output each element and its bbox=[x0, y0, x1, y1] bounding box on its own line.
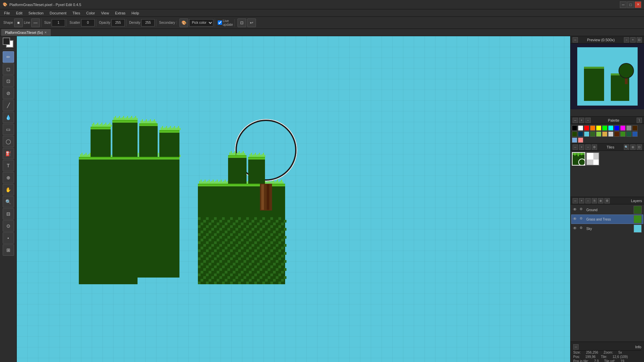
layer-visibility-1[interactable]: 👁 bbox=[573, 217, 578, 222]
tiles-add-icon[interactable]: + bbox=[579, 144, 584, 150]
menu-item-color[interactable]: Color bbox=[84, 10, 98, 16]
palette-color-9[interactable] bbox=[626, 125, 632, 131]
layer-visibility-0[interactable]: 👁 bbox=[573, 207, 578, 213]
layers-collapse-icon[interactable]: ─ bbox=[573, 198, 578, 203]
palette-color-22[interactable] bbox=[572, 137, 577, 143]
palette-color-14[interactable] bbox=[590, 131, 595, 137]
menu-item-selection[interactable]: Selection bbox=[26, 10, 46, 16]
close-button[interactable]: ✕ bbox=[635, 1, 641, 8]
palette-color-3[interactable] bbox=[590, 125, 595, 131]
fill-tool[interactable]: ⛽ bbox=[3, 148, 14, 159]
titlebar-controls[interactable]: ─ □ ✕ bbox=[620, 1, 641, 8]
palette-import-icon[interactable]: ⤵ bbox=[637, 118, 642, 123]
info-collapse-icon[interactable]: ─ bbox=[573, 344, 579, 350]
layer-item-sky[interactable]: 👁⚙Sky bbox=[571, 224, 643, 233]
layers-merge-icon[interactable]: ⊕ bbox=[598, 198, 603, 203]
menu-item-document[interactable]: Document bbox=[47, 10, 69, 16]
extra-btn1[interactable]: ⊡ bbox=[237, 18, 246, 27]
layers-settings2-icon[interactable]: ⚙ bbox=[604, 198, 610, 203]
doc-tab-main[interactable]: PlatformGrassTileset (5x) ✕ bbox=[1, 29, 51, 36]
layer-settings-2[interactable]: ⚙ bbox=[580, 226, 585, 231]
wand-tool[interactable]: ⋆ bbox=[3, 232, 14, 244]
palette-color-19[interactable] bbox=[620, 131, 626, 137]
tiles-expand-icon[interactable]: ⊡ bbox=[637, 144, 642, 150]
layer-visibility-2[interactable]: 👁 bbox=[573, 226, 578, 231]
preview-fit-icon[interactable]: ⊡ bbox=[637, 37, 642, 43]
text-tool[interactable]: T bbox=[3, 160, 14, 171]
rect-outline-tool[interactable]: ▭ bbox=[3, 124, 14, 135]
preview-collapse-icon[interactable]: ─ bbox=[573, 37, 578, 43]
tile-grass[interactable] bbox=[572, 152, 585, 166]
rect-select2-tool[interactable]: ⊟ bbox=[3, 208, 14, 220]
live-update-checkbox[interactable] bbox=[218, 20, 222, 25]
layer-item-grass-and-tress[interactable]: 👁⚙Grass and Tress bbox=[571, 215, 643, 224]
menu-item-edit[interactable]: Edit bbox=[13, 10, 25, 16]
palette-color-15[interactable] bbox=[596, 131, 601, 137]
palette-color-2[interactable] bbox=[584, 125, 589, 131]
palette-color-0[interactable] bbox=[572, 125, 577, 131]
zoom-tool[interactable]: 🔍 bbox=[3, 196, 14, 207]
preview-header-icons[interactable]: ─ bbox=[573, 37, 578, 43]
palette-remove-icon[interactable]: − bbox=[585, 118, 591, 123]
extra-btn2[interactable]: ↩ bbox=[247, 18, 256, 27]
palette-color-10[interactable] bbox=[632, 125, 638, 131]
layer-settings-0[interactable]: ⚙ bbox=[580, 207, 585, 213]
shape-btn[interactable]: ■ bbox=[14, 18, 23, 27]
line-btn[interactable]: — bbox=[31, 18, 40, 27]
palette-color-4[interactable] bbox=[596, 125, 601, 131]
palette-add-icon[interactable]: + bbox=[579, 118, 584, 123]
info-collapse-icon-wrap[interactable]: ─ bbox=[573, 344, 579, 350]
palette-color-18[interactable] bbox=[614, 131, 620, 137]
palette-color-13[interactable] bbox=[584, 131, 589, 137]
palette-color-17[interactable] bbox=[608, 131, 613, 137]
palette-collapse-icon[interactable]: ─ bbox=[573, 118, 578, 123]
layer-settings-1[interactable]: ⚙ bbox=[580, 217, 585, 222]
layers-header-left[interactable]: ─ + − ⎘ ⊕ ⚙ bbox=[573, 198, 610, 203]
scatter-input[interactable] bbox=[81, 19, 95, 26]
layers-copy-icon[interactable]: ⎘ bbox=[592, 198, 597, 203]
eyedropper-tool[interactable]: 💧 bbox=[3, 112, 14, 123]
tiles-settings-icon[interactable]: ⚙ bbox=[592, 144, 597, 150]
tiles-view-icon[interactable]: ⊞ bbox=[630, 144, 636, 150]
preview-controls[interactable]: − + ⊡ bbox=[624, 37, 642, 43]
tiles-remove-icon[interactable]: − bbox=[585, 144, 591, 150]
palette-color-23[interactable] bbox=[578, 137, 583, 143]
layers-remove-icon[interactable]: − bbox=[585, 198, 591, 203]
palette-header-right[interactable]: ⤵ bbox=[637, 118, 642, 123]
select-rect-tool[interactable]: ⊡ bbox=[3, 75, 14, 87]
ellipse-select-tool[interactable]: ⊙ bbox=[3, 220, 14, 232]
menu-item-view[interactable]: View bbox=[98, 10, 112, 16]
preview-zoom-in-icon[interactable]: + bbox=[630, 37, 636, 43]
palette-color-1[interactable] bbox=[578, 125, 583, 131]
tiles-search-icon[interactable]: 🔍 bbox=[624, 144, 629, 150]
tile-blank[interactable] bbox=[586, 152, 599, 166]
foreground-color-swatch[interactable] bbox=[3, 38, 10, 45]
opacity-input[interactable] bbox=[111, 19, 125, 26]
tiles-header-left[interactable]: ─ + − ⚙ bbox=[573, 144, 597, 150]
tiles-collapse-icon[interactable]: ─ bbox=[573, 144, 578, 150]
select-lasso-tool[interactable]: ⊘ bbox=[3, 87, 14, 99]
menu-item-file[interactable]: File bbox=[1, 10, 13, 16]
palette-color-21[interactable] bbox=[632, 131, 638, 137]
palette-color-16[interactable] bbox=[602, 131, 607, 137]
palette-header-left[interactable]: ─ + − bbox=[573, 118, 591, 123]
menu-item-tiles[interactable]: Tiles bbox=[70, 10, 83, 16]
palette-color-11[interactable] bbox=[572, 131, 577, 137]
menu-item-extras[interactable]: Extras bbox=[112, 10, 128, 16]
eraser-tool[interactable]: ◻ bbox=[3, 63, 14, 75]
canvas-area[interactable] bbox=[17, 36, 570, 362]
move-tool[interactable]: ✋ bbox=[3, 184, 14, 195]
pick-color-btn[interactable]: 🎨 bbox=[179, 18, 188, 27]
palette-color-6[interactable] bbox=[608, 125, 613, 131]
line-tool[interactable]: ╱ bbox=[3, 100, 14, 111]
pencil-tool[interactable]: ✏ bbox=[3, 51, 14, 63]
palette-color-7[interactable] bbox=[614, 125, 620, 131]
anchor-tool[interactable]: ⊞ bbox=[3, 244, 14, 256]
maximize-button[interactable]: □ bbox=[627, 1, 634, 8]
preview-zoom-out-icon[interactable]: − bbox=[624, 37, 629, 43]
palette-color-12[interactable] bbox=[578, 131, 583, 137]
ellipse-tool[interactable]: ◯ bbox=[3, 136, 14, 147]
doc-tab-close-icon[interactable]: ✕ bbox=[44, 31, 47, 34]
palette-color-20[interactable] bbox=[626, 131, 632, 137]
tiles-header-right[interactable]: 🔍 ⊞ ⊡ bbox=[624, 144, 642, 150]
